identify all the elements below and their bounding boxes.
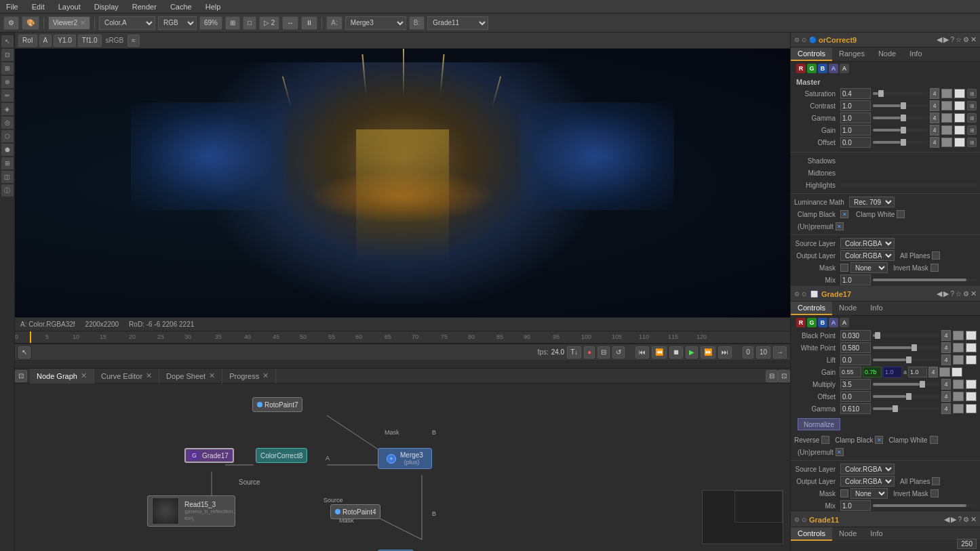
g17-nav-right[interactable]: ▶: [943, 289, 949, 298]
viewer-gamma-val[interactable]: Tf 1.0: [78, 35, 102, 47]
tab-progress[interactable]: Progress ✕: [222, 369, 276, 384]
white-point-btn[interactable]: 4: [941, 342, 951, 353]
snap-btn[interactable]: ⊟: [597, 346, 610, 359]
node-grade17[interactable]: G Grade17: [184, 448, 234, 463]
fit-btn[interactable]: ⊞: [225, 16, 240, 30]
g17-bookmark[interactable]: ☆: [956, 290, 962, 298]
source-layer-select[interactable]: Color.RGBA: [840, 238, 895, 249]
saturation-decr[interactable]: 4: [930, 88, 939, 99]
lift-btn[interactable]: 4: [941, 354, 951, 365]
close-node-graph[interactable]: ✕: [81, 371, 87, 380]
tool-roto[interactable]: ⬡: [1, 130, 14, 142]
viewer-tab-close[interactable]: ✕: [80, 19, 85, 26]
white-point-slider[interactable]: [873, 346, 939, 349]
input-b-select[interactable]: Grade11: [427, 16, 488, 30]
close-dope-sheet[interactable]: ✕: [209, 371, 215, 380]
node-merge3[interactable]: + Merge3 (plus): [378, 448, 432, 469]
viewer-roi-btn[interactable]: RoI: [18, 35, 37, 47]
toolbar-icon-btn[interactable]: ⚙: [3, 16, 19, 30]
gain-white[interactable]: [954, 125, 965, 135]
node-graph-expand[interactable]: ⊡: [15, 370, 27, 382]
tool-info[interactable]: ⓘ: [1, 184, 14, 197]
saturation-swatch[interactable]: [941, 89, 952, 98]
normalize-button[interactable]: Normalize: [798, 418, 840, 430]
fps-config[interactable]: T↓: [567, 346, 581, 359]
tool-clone[interactable]: ◎: [1, 117, 14, 129]
grade17-gain-btn[interactable]: 4: [928, 367, 938, 377]
menu-file[interactable]: File: [3, 3, 21, 11]
contrast-white[interactable]: [954, 101, 965, 110]
grade17-output-select[interactable]: Color.RGBA: [840, 476, 895, 487]
contrast-decr[interactable]: 4: [930, 100, 939, 111]
grade17-mix-input[interactable]: [840, 500, 871, 511]
gain-btn[interactable]: ↔: [282, 16, 298, 30]
g17-channel-ba[interactable]: A: [829, 318, 838, 327]
g11-nav-left[interactable]: ◀: [944, 515, 949, 524]
zoom-btn[interactable]: 69%: [199, 16, 222, 30]
mix-input[interactable]: [840, 274, 871, 285]
play-btn[interactable]: ▶: [686, 346, 698, 359]
all-planes-check[interactable]: [932, 251, 940, 260]
channel-b[interactable]: B: [818, 64, 827, 73]
clamp-black-check[interactable]: ✕: [840, 210, 848, 218]
node-rotopaint7[interactable]: RotoPaint7: [252, 397, 302, 412]
saturation-slider[interactable]: [873, 92, 928, 95]
multiply-btn[interactable]: 4: [941, 379, 951, 390]
g17-tab-info[interactable]: Info: [863, 302, 889, 315]
node-read15[interactable]: Read15_3 (promo_b_reflection. exr): [147, 495, 235, 527]
offset-swatch[interactable]: [941, 138, 952, 147]
contrast-input[interactable]: [840, 100, 871, 111]
prop-nav-left[interactable]: ◀: [937, 35, 942, 44]
grade17-mix-slider[interactable]: [873, 504, 977, 507]
prev-frame[interactable]: ⏪: [652, 346, 667, 359]
grade17-offset-input[interactable]: [840, 391, 871, 402]
colorspace-select[interactable]: RGBRGBA: [158, 16, 197, 30]
menu-render[interactable]: Render: [130, 3, 159, 11]
node-colorcorrect[interactable]: ColorCorrect8: [256, 448, 307, 463]
g17-settings[interactable]: ⚙: [963, 290, 969, 298]
tool-transform[interactable]: ⊛: [1, 76, 14, 88]
stop-btn[interactable]: ⏹: [669, 346, 683, 359]
tool-color[interactable]: ◈: [1, 103, 14, 115]
black-point-white[interactable]: [966, 331, 977, 340]
grade17-gain-swatch[interactable]: [939, 367, 950, 377]
g17-close[interactable]: ✕: [971, 289, 977, 298]
toolbar-color-btn[interactable]: 🎨: [22, 16, 39, 30]
multiply-input[interactable]: [840, 379, 871, 390]
gain-slider[interactable]: [873, 129, 928, 131]
multiply-white[interactable]: [966, 380, 977, 389]
gamma-input[interactable]: [840, 113, 871, 123]
grade17-clamp-white-check[interactable]: [930, 436, 938, 444]
prop-settings[interactable]: ⚙: [963, 36, 969, 43]
record-btn[interactable]: ●: [584, 346, 595, 359]
tab-dope-sheet[interactable]: Dope Sheet ✕: [159, 369, 222, 384]
contrast-swatch[interactable]: [941, 101, 952, 110]
output-layer-select[interactable]: Color.RGBA: [840, 250, 895, 261]
offset-channel[interactable]: ⊞: [967, 138, 977, 147]
tool-wipe[interactable]: ◫: [1, 171, 14, 183]
grade17-gamma-swatch[interactable]: [953, 404, 964, 413]
channel-ba[interactable]: A: [829, 64, 838, 73]
goto-start[interactable]: ⏮: [635, 346, 649, 359]
g17-tab-node[interactable]: Node: [832, 302, 863, 315]
loop-btn[interactable]: ↺: [612, 346, 625, 359]
viewer-channel-a[interactable]: A: [39, 35, 52, 47]
gamma-decr[interactable]: 4: [930, 113, 939, 123]
mask-select[interactable]: None: [850, 262, 888, 273]
g11-close[interactable]: ✕: [971, 515, 977, 524]
multiply-slider[interactable]: [873, 383, 939, 386]
tab-node-graph[interactable]: Node Graph ✕: [30, 369, 94, 384]
lift-white[interactable]: [966, 355, 977, 365]
tab-controls[interactable]: Controls: [791, 47, 832, 61]
frame-indicator[interactable]: 0: [743, 346, 753, 359]
tool-paint[interactable]: ✏: [1, 89, 14, 102]
grade17-offset-btn[interactable]: 4: [941, 391, 951, 402]
menu-cache[interactable]: Cache: [168, 3, 195, 11]
menu-layout[interactable]: Layout: [56, 3, 83, 11]
bottom-panel-controls[interactable]: ⊟: [766, 370, 778, 382]
grade17-all-planes-check[interactable]: [932, 477, 940, 485]
g17-channel-g[interactable]: G: [807, 318, 817, 327]
lift-input[interactable]: [840, 354, 871, 365]
g17-channel-all[interactable]: A: [840, 318, 849, 327]
prop-close[interactable]: ✕: [971, 35, 977, 44]
